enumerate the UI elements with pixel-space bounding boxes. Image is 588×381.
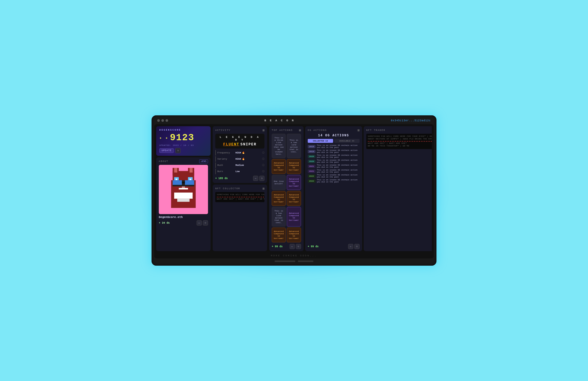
score-stars: ✦ ✦ [159, 135, 168, 140]
trader-ticker-dots: ●●●●●●●●●●●●●●●●●●●●●●●●●●●●●●●●●●●●●●●●… [368, 140, 432, 142]
action-button[interactable]: This is a two line action that is cool. [287, 134, 301, 158]
svg-rect-6 [190, 168, 193, 173]
stat-name: Burn [217, 170, 235, 173]
nft-trader-ticker: SOMETHING FUN WILL COME HERE FOR YOUR EY… [366, 134, 432, 149]
og-tabs: COLLECTED 13 AVAILABLE 44 [308, 139, 360, 143]
action-button[interactable]: Advanced Compound V2 borrower [272, 159, 286, 174]
svg-rect-15 [182, 186, 185, 188]
dot-3 [166, 119, 168, 122]
base-bar-1 [275, 260, 295, 262]
trader-ticker-4: WE'RE IN THIS TOGEHTER™ | WE'RE [368, 145, 432, 147]
nft-collector-header: NFT COLLECTOR ▦ [215, 187, 264, 190]
share-og-actions-button[interactable]: ⎋ [354, 244, 360, 249]
monitor-base [154, 258, 434, 263]
stat-info: ⓘ [262, 164, 264, 167]
more-text: MORE COMING SOON... [271, 255, 317, 257]
app-title: B E A C O N [264, 119, 295, 122]
share-score-button[interactable]: ⎋ [175, 148, 181, 153]
og-tab-collected[interactable]: COLLECTED 13 [308, 139, 333, 143]
stat-value: HIGH 🔥 [235, 158, 245, 160]
og-year: 2021 [308, 170, 315, 173]
monitor-container: B E A C O N 0x345c13er...5123ad12c DEGEN… [152, 115, 436, 266]
nft-collector-panel: NFT COLLECTOR ▦ SOMETHING FUN WILL COME … [213, 185, 267, 251]
og-item: 2019 This is an insane OG onchain action… [308, 144, 360, 149]
trader-ticker-3: WAIT AND SEE™ | WAIT AND SEE™ [368, 142, 432, 144]
stat-name: Rush [217, 164, 235, 167]
og-year: 2022 [308, 179, 315, 183]
update-row: UPDATE ⎋ [159, 148, 207, 153]
share-activity-button[interactable]: ⎋ [259, 176, 264, 181]
top-actions-ds-count: + 99 ds [272, 245, 283, 248]
og-item: 2019 This is an insane OG onchain action… [308, 149, 360, 153]
sniper-text: SNIPER [240, 142, 256, 146]
score-value: ✦ ✦ 9123 [159, 132, 207, 143]
action-button[interactable]: Advanced Compound V2 borrower [287, 175, 301, 190]
og-year: 2019 [308, 145, 315, 148]
og-tab-available[interactable]: AVAILABLE 44 [334, 139, 360, 143]
action-button[interactable]: Advanced Compound V2 borrower [272, 228, 286, 243]
actions-grid: This is a three Line action that can be … [272, 134, 301, 242]
edit-about-button[interactable]: ✏ [197, 220, 202, 225]
action-button[interactable]: Advanced Compound V2 borrower [287, 207, 301, 227]
stat-row: Burn Low ⓘ [215, 169, 264, 174]
action-button[interactable]: Advanced Compound V2 borrower [272, 191, 286, 206]
activity-ds-count: + 185 ds [215, 177, 228, 180]
stat-info: ⓘ [262, 157, 264, 161]
og-item: 2022 This is an insane OG onchain action… [308, 179, 360, 183]
og-year: 2020 [308, 155, 315, 158]
og-actions-icon: ▦ [358, 128, 360, 132]
nft-ticker: SOMETHING FUN WILL COME HERE FOR YOUR EY… [215, 192, 264, 202]
top-actions-header: TOP ACTIONS ▦ [272, 128, 301, 132]
og-item: 2022 This is an insane OG onchain action… [308, 174, 360, 178]
edit-activity-button[interactable]: ✏ [253, 176, 258, 181]
share-top-actions-button[interactable]: ⎋ [296, 244, 301, 249]
stat-value: Low [235, 170, 240, 173]
og-desc: This is an insane OG onchain action you … [317, 149, 360, 153]
activity-header: ACTIVITY ▦ [215, 128, 264, 132]
about-ds-count: + 34 ds [159, 222, 170, 224]
top-actions-footer: + 99 ds ✏ ⎋ [272, 244, 301, 249]
ticker-line-2: WAIT AND SEE™ | WAIT AND SEE™ | WE'RE IN… [217, 198, 263, 200]
ens-badge[interactable]: ◇ENS [199, 159, 208, 163]
svg-rect-12 [173, 180, 182, 185]
og-year: 2020 [308, 160, 315, 163]
score-number: 9123 [170, 132, 194, 143]
stat-info: ⓘ [262, 151, 264, 154]
svg-rect-18 [177, 199, 190, 202]
action-button[interactable]: Advanced Compound V2 borrower [287, 191, 301, 206]
edit-og-actions-button[interactable]: ✏ [348, 244, 353, 249]
legendary-banner: L E G E N D A R Y FLUENT SNIPER [215, 134, 264, 149]
edit-top-actions-button[interactable]: ✏ [290, 244, 295, 249]
legendary-text: L E G E N D A R Y [217, 136, 262, 142]
share-about-button[interactable]: ⎋ [203, 220, 208, 225]
nft-trader-panel: NFT TRADER ▦ SOMETHING FUN WILL COME HER… [364, 126, 432, 251]
og-desc: This is an insane OG onchain action you … [317, 144, 360, 149]
about-footer: + 34 ds ✏ ⎋ [159, 220, 208, 225]
dot-2 [161, 119, 164, 122]
og-item: 2020 This is an insane OG onchain action… [308, 154, 360, 158]
svg-rect-13 [185, 180, 194, 185]
og-year: 2019 [308, 150, 315, 153]
og-desc: This is an insane OG onchain action you … [317, 179, 360, 183]
update-button[interactable]: UPDATE [159, 148, 174, 153]
og-desc: This is an insane OG onchain action you … [317, 154, 360, 158]
action-button[interactable]: One line action! [272, 175, 286, 190]
bottom-bar: MORE COMING SOON... [154, 253, 434, 258]
stats-list: Frequency HIGH 🔥 ⓘ Variety HIGH 🔥 ⓘ Rush… [215, 150, 264, 174]
action-button[interactable]: Advanced Compound V2 borrower [287, 228, 301, 243]
ticker-dots-1: ●●●●●●●●●●●●●●●●●●●●●●●●●●●●●●●●●●●●●●●●… [217, 196, 263, 198]
nft-image [159, 165, 208, 214]
action-button[interactable]: Advanced Compound V2 borrower [287, 159, 301, 174]
nft-trader-label: NFT TRADER [366, 129, 385, 132]
wallet-address[interactable]: 0x345c13er...5123ad12c [391, 119, 431, 122]
action-button[interactable]: This is a two line action that is cool. [272, 207, 286, 227]
og-list: 2019 This is an insane OG onchain action… [308, 144, 360, 242]
og-actions-ds-count: + 99 ds [308, 245, 319, 248]
og-desc: This is an insane OG onchain action you … [317, 159, 360, 163]
archetype-text: FLUENT SNIPER [217, 142, 262, 146]
activity-footer-icons: ✏ ⎋ [253, 176, 264, 181]
top-actions-panel: TOP ACTIONS ▦ This is a three Line actio… [269, 126, 304, 251]
action-button[interactable]: This is a three Line action that can be … [272, 134, 286, 158]
stat-value: Medium [235, 164, 244, 167]
og-desc: This is an insane OG onchain action you … [317, 174, 360, 178]
